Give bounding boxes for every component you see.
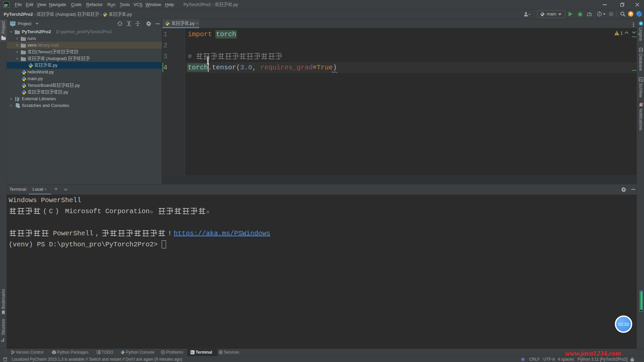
svg-text:PC: PC bbox=[4, 3, 8, 7]
